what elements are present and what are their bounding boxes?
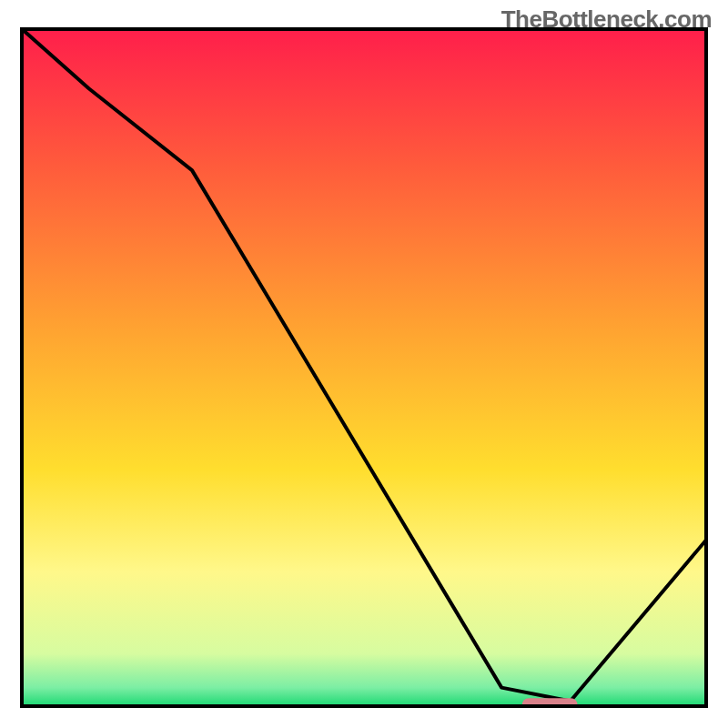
- watermark-text: TheBottleneck.com: [501, 5, 712, 34]
- marker-layer: [20, 27, 708, 708]
- optimal-marker: [522, 698, 578, 708]
